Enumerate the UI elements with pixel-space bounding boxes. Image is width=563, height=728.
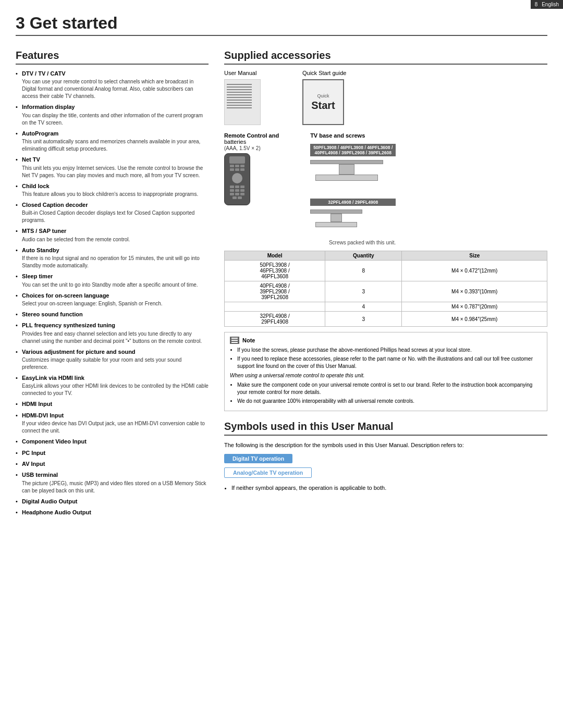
table-cell-quantity: 3 (325, 312, 402, 327)
features-title: Features (16, 50, 209, 65)
list-item: DTV / TV / CATV You can use your remote … (16, 70, 209, 100)
feature-name: Various adjustment for picture and sound (22, 348, 209, 356)
feature-name: PLL frequency synthesized tuning (22, 322, 209, 329)
tvbase-neck (331, 214, 342, 222)
feature-name: Choices for on-screen language (22, 292, 209, 300)
feature-desc: Audio can be selected from the remote co… (22, 236, 209, 243)
quick-start-block: Quick Start guide Quick Start (302, 70, 346, 125)
list-item: Choices for on-screen language Select yo… (16, 292, 209, 307)
feature-name: MTS / SAP tuner (22, 227, 209, 235)
note-icon-line (231, 340, 238, 341)
list-item: Net TV This unit lets you enjoy Internet… (16, 156, 209, 179)
manual-line (227, 94, 252, 95)
list-item: Child lock This feature allows you to bl… (16, 182, 209, 198)
remote-label-strong: Remote Control and (224, 132, 279, 139)
remote-screen (229, 156, 245, 164)
remote-btn (240, 186, 244, 188)
feature-desc: Select your on-screen language: English,… (22, 300, 209, 307)
quickstart-word: Quick (317, 93, 329, 98)
remote-btn (235, 189, 239, 192)
feature-name: Auto Standby (22, 246, 209, 254)
table-cell-size: M4 × 0.787″(20mm) (402, 302, 547, 312)
feature-desc: If your video device has DVI Output jack… (22, 420, 209, 435)
analog-badge: Analog/Cable TV operation (224, 467, 312, 478)
quick-start-label: Quick Start guide (302, 70, 346, 76)
manual-line (227, 87, 252, 88)
table-header-quantity: Quantity (325, 251, 402, 261)
tvbase-label: TV base and screws (310, 132, 396, 139)
feature-desc: Built-in Closed Caption decoder displays… (22, 209, 209, 224)
screws-note: Screws packed with this unit. (310, 240, 396, 245)
accessory-row-remote: Remote Control and batteries (AAA, 1.5V … (224, 132, 547, 245)
table-cell-quantity: 3 (325, 281, 402, 302)
table-cell-size: M4 × 0.984″(25mm) (402, 312, 547, 327)
list-item: HDMI-DVI Input If your video device has … (16, 412, 209, 435)
accessory-row-manuals: User Manual (224, 70, 547, 125)
feature-name: USB terminal (22, 471, 209, 479)
manual-line (227, 92, 252, 93)
note-bullet: If you need to replace these accessories… (237, 355, 542, 370)
table-cell-size: M4 × 0.393″(10mm) (402, 281, 547, 302)
tvbase-model-label2: 32PFL4908 / 29PFL4908 (310, 199, 396, 206)
list-item: AV Input (16, 460, 209, 468)
list-item: Digital Audio Output (16, 498, 209, 505)
manual-line (227, 89, 252, 90)
note-icon (230, 337, 239, 344)
list-item: Component Video Input (16, 438, 209, 446)
remote-btn (230, 168, 234, 171)
table-header-model: Model (225, 251, 325, 261)
tvbase-foot (315, 175, 378, 181)
list-item: Closed Caption decoder Built-in Closed C… (16, 201, 209, 224)
feature-name: AV Input (22, 460, 209, 468)
list-item: PLL frequency synthesized tuning Provide… (16, 322, 209, 344)
accessories-title: Supplied accessories (224, 50, 547, 65)
note-icon-line (231, 338, 238, 339)
feature-name: Sleep timer (22, 273, 209, 280)
symbols-title: Symbols used in this User Manual (224, 421, 547, 436)
feature-desc: If there is no Input signal and no opera… (22, 255, 209, 269)
page-wrapper: 8 English 3 Get started Features DTV / T… (0, 0, 563, 728)
remote-btn (240, 193, 244, 195)
table-cell-model: 32PFL4908 /29PFL4908 (225, 312, 325, 327)
manual-line (227, 107, 252, 108)
list-item: HDMI Input (16, 400, 209, 408)
feature-name: HDMI-DVI Input (22, 412, 209, 419)
remote-block: Remote Control and batteries (AAA, 1.5V … (224, 132, 279, 205)
remote-btn (230, 193, 234, 195)
feature-name: Headphone Audio Output (22, 509, 209, 516)
table-cell-model: 40PFL4908 /39PFL2908 /39PFL2608 (225, 281, 325, 302)
symbols-section: Symbols used in this User Manual The fol… (224, 421, 547, 492)
feature-desc: This feature allows you to block childre… (22, 191, 209, 198)
feature-name: HDMI Input (22, 400, 209, 408)
symbols-list: If neither symbol appears, the operation… (224, 484, 547, 492)
remote-btn (240, 165, 244, 167)
feature-name: Closed Caption decoder (22, 201, 209, 209)
tvbase-label-strong: TV base and screws (310, 132, 365, 139)
remote-btn (240, 168, 244, 171)
table-row: 32PFL4908 /29PFL4908 3 M4 × 0.984″(25mm) (225, 312, 547, 327)
list-item: AutoProgram This unit automatically scan… (16, 130, 209, 153)
feature-name: Information display (22, 103, 209, 111)
feature-desc: EasyLink allows your other HDMI link dev… (22, 382, 209, 397)
left-column: Features DTV / TV / CATV You can use you… (16, 50, 209, 520)
manual-line (227, 105, 252, 106)
note-bullets: If you lose the screws, please purchase … (230, 347, 542, 370)
table-row: 40PFL4908 /39PFL2908 /39PFL2608 3 M4 × 0… (225, 281, 547, 302)
corner-badge: 8 English (531, 0, 563, 9)
manual-lines (227, 84, 258, 108)
table-row: 50PFL3908 /46PFL3908 /46PFL3608 8 M4 × 0… (225, 261, 547, 281)
remote-btn (235, 165, 239, 167)
feature-name: Child lock (22, 182, 209, 190)
table-cell-quantity: 4 (325, 302, 402, 312)
right-column: Supplied accessories User Manual (224, 50, 547, 520)
features-list: DTV / TV / CATV You can use your remote … (16, 70, 209, 517)
chapter-title: 3 Get started (16, 8, 547, 36)
feature-name: AutoProgram (22, 130, 209, 138)
table-row: 4 M4 × 0.787″(20mm) (225, 302, 547, 312)
manual-line (227, 97, 252, 98)
remote-btn (235, 168, 239, 171)
remote-btn (230, 186, 234, 188)
feature-desc: You can display the title, contents and … (22, 112, 209, 127)
feature-desc: Provides free and easy channel selection… (22, 330, 209, 345)
symbols-note: If neither symbol appears, the operation… (231, 485, 386, 491)
